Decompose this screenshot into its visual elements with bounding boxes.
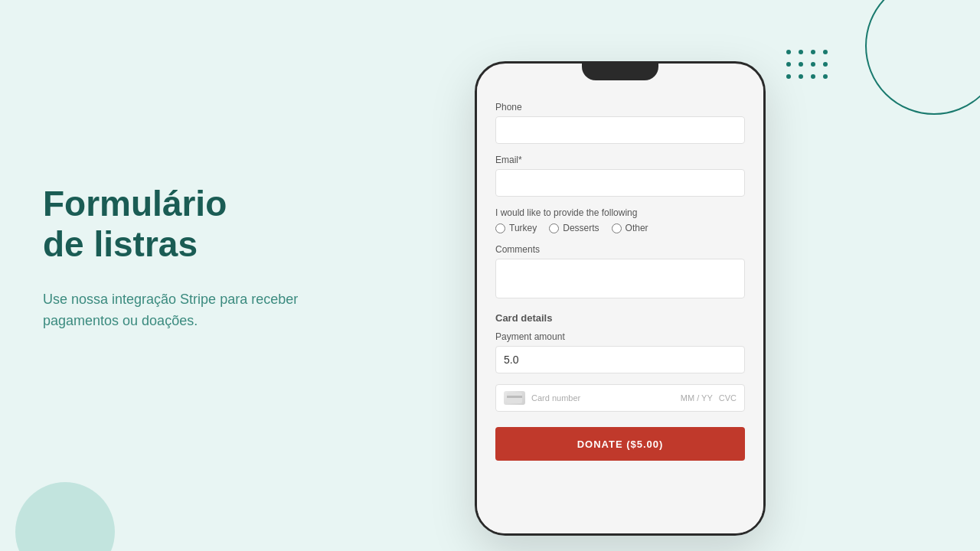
comments-label: Comments bbox=[495, 244, 745, 255]
dot bbox=[799, 62, 803, 67]
phone-label: Phone bbox=[495, 102, 745, 112]
email-input[interactable] bbox=[495, 169, 745, 197]
card-details-section: Card details Payment amount Card number … bbox=[495, 312, 745, 412]
payment-amount-input[interactable] bbox=[495, 346, 745, 373]
email-label: Email* bbox=[495, 155, 745, 165]
dot bbox=[786, 62, 791, 67]
deco-circle-top-right bbox=[865, 0, 980, 115]
phone-input[interactable] bbox=[495, 116, 745, 144]
radio-group: Turkey Desserts Other bbox=[495, 223, 745, 233]
phone-mockup: Phone Email* I would like to provide the… bbox=[475, 61, 766, 536]
dot bbox=[786, 74, 791, 79]
card-number-placeholder: Card number bbox=[531, 393, 675, 403]
dot bbox=[811, 50, 815, 54]
radio-other[interactable]: Other bbox=[612, 223, 648, 233]
card-input-row[interactable]: Card number MM / YY CVC bbox=[495, 384, 745, 412]
donate-button[interactable]: DONATE ($5.00) bbox=[495, 427, 745, 461]
dot bbox=[811, 62, 815, 67]
deco-circle-bottom-left bbox=[15, 482, 115, 551]
card-date-cvc: MM / YY CVC bbox=[681, 393, 737, 403]
main-title: Formulário de listras bbox=[43, 184, 349, 265]
radio-desserts[interactable]: Desserts bbox=[549, 223, 599, 233]
deco-dots bbox=[786, 50, 831, 82]
payment-amount-group: Payment amount bbox=[495, 331, 745, 373]
dot bbox=[786, 50, 791, 54]
radio-other-label: Other bbox=[626, 223, 648, 233]
dot bbox=[799, 50, 803, 54]
radio-desserts-input[interactable] bbox=[549, 223, 559, 233]
card-icon bbox=[504, 391, 525, 405]
subtitle: Use nossa integração Stripe para receber… bbox=[43, 289, 349, 332]
dot bbox=[823, 50, 828, 54]
radio-turkey-input[interactable] bbox=[495, 223, 505, 233]
svg-rect-1 bbox=[507, 396, 522, 398]
dot bbox=[811, 74, 815, 79]
card-details-label: Card details bbox=[495, 312, 745, 324]
radio-other-input[interactable] bbox=[612, 223, 622, 233]
provide-group: I would like to provide the following Tu… bbox=[495, 207, 745, 233]
dot bbox=[799, 74, 803, 79]
phone-group: Phone bbox=[495, 102, 745, 144]
radio-desserts-label: Desserts bbox=[563, 223, 599, 233]
card-date-placeholder: MM / YY bbox=[681, 393, 713, 403]
left-content: Formulário de listras Use nossa integraç… bbox=[43, 184, 349, 332]
comments-group: Comments bbox=[495, 244, 745, 302]
email-group: Email* bbox=[495, 155, 745, 197]
dot bbox=[823, 62, 828, 67]
radio-turkey-label: Turkey bbox=[509, 223, 537, 233]
comments-input[interactable] bbox=[495, 259, 745, 298]
form-content: Phone Email* I would like to provide the… bbox=[477, 86, 763, 533]
radio-turkey[interactable]: Turkey bbox=[495, 223, 537, 233]
card-cvc-placeholder: CVC bbox=[719, 393, 737, 403]
payment-amount-label: Payment amount bbox=[495, 331, 745, 342]
dot bbox=[823, 74, 828, 79]
phone-notch bbox=[582, 64, 658, 80]
provide-label: I would like to provide the following bbox=[495, 207, 745, 218]
